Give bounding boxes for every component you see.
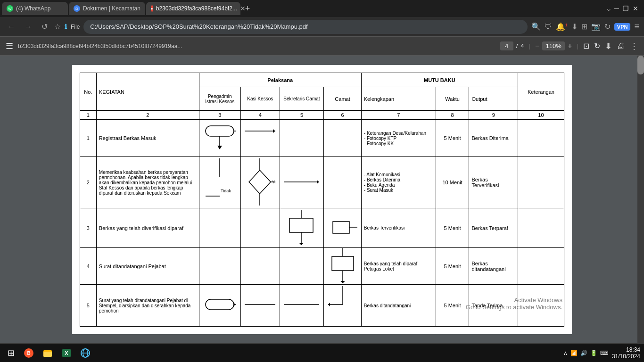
row1-kegiatan: Registrasi Berkas Masuk bbox=[96, 120, 199, 157]
scroll-bar[interactable] bbox=[637, 56, 644, 343]
tab-pdf-label: b2303dd329fa3ca988cef94bf2... bbox=[156, 5, 237, 12]
fit-page-icon[interactable]: ⊡ bbox=[583, 41, 589, 50]
whatsapp-favicon: W bbox=[7, 5, 13, 12]
address-bar-icons: 🔍 🛡 🔔1 ⬇ ⊞ 📷 ↻ VPN ≡ bbox=[531, 22, 639, 32]
row2-kegiatan: Memeriksa keabsahan berkas persyaratan p… bbox=[96, 157, 199, 208]
taskbar-network[interactable] bbox=[77, 345, 94, 362]
row5-waktu: 5 Menit bbox=[436, 285, 469, 327]
taskbar-system-icons: ∧ 📶 🔊 🔋 ⌨ bbox=[563, 350, 608, 356]
header-mutu-baku: MUTU BAKU bbox=[361, 73, 518, 87]
row3-kegiatan: Berkas yang telah diverifikasi diparaf bbox=[96, 208, 199, 248]
sync-icon[interactable]: ↻ bbox=[604, 22, 611, 31]
tab-list-icon[interactable]: ⌵ bbox=[607, 5, 611, 12]
col-num-4: 4 bbox=[240, 111, 280, 120]
row3-no: 3 bbox=[80, 208, 97, 248]
flow-svg-row2-pengadmin: Tidak bbox=[203, 158, 236, 206]
info-icon: ℹ bbox=[65, 23, 67, 30]
zoom-control: − + bbox=[535, 41, 572, 50]
taskbar-excel[interactable]: X bbox=[58, 345, 75, 362]
row3-kasi-flow bbox=[240, 208, 280, 248]
row4-keterangan bbox=[518, 248, 564, 285]
tab-whatsapp[interactable]: W (4) WhatsApp bbox=[2, 2, 68, 15]
layout-icon[interactable]: ⊞ bbox=[581, 22, 587, 31]
flow-svg-row3-sek bbox=[284, 210, 319, 245]
pdf-page: No. KEGIATAN Pelaksana MUTU BAKU Keteran… bbox=[72, 65, 572, 334]
row1-output: Berkas Diterima bbox=[469, 120, 518, 157]
print-icon[interactable]: 🖨 bbox=[617, 41, 625, 51]
page-input[interactable] bbox=[500, 41, 513, 50]
reload-button[interactable]: ↺ bbox=[39, 20, 50, 33]
menu-icon[interactable]: ≡ bbox=[634, 22, 639, 32]
page-separator: / bbox=[516, 42, 518, 49]
zoom-icon[interactable]: 🔍 bbox=[531, 22, 541, 31]
start-button[interactable]: ⊞ bbox=[4, 346, 18, 360]
row5-kelengkapan: Berkas ditandatangani bbox=[361, 285, 436, 327]
restore-icon[interactable]: ❐ bbox=[623, 5, 629, 12]
back-button[interactable]: ← bbox=[5, 21, 18, 33]
rotate-icon[interactable]: ↻ bbox=[594, 41, 600, 50]
tab-dokumen[interactable]: D Dokumen | Kecamatan bbox=[69, 2, 145, 15]
zoom-input[interactable] bbox=[542, 41, 565, 50]
tab-pdf[interactable]: ● b2303dd329fa3ca988cef94bf2... ✕ bbox=[146, 2, 240, 15]
svg-rect-38 bbox=[45, 350, 48, 352]
bookmark-icon[interactable]: ☆ bbox=[54, 22, 61, 31]
sidebar-toggle-icon[interactable]: ☰ bbox=[6, 41, 13, 51]
row3-keterangan bbox=[518, 208, 564, 248]
row2-waktu: 10 Menit bbox=[436, 157, 469, 208]
header-no: No. bbox=[80, 73, 97, 111]
activate-line2: Go to Settings to activate Windows. bbox=[466, 304, 562, 311]
row5-no: 5 bbox=[80, 285, 97, 327]
scroll-thumb[interactable] bbox=[637, 56, 644, 74]
flow-svg-row5-pengadmin bbox=[203, 286, 236, 324]
row1-pengadmin-flow bbox=[199, 120, 240, 157]
row1-sekretaris-flow bbox=[280, 120, 324, 157]
taskbar: ⊞ B X ∧ 📶 🔊 🔋 ⌨ bbox=[0, 343, 644, 362]
notification-icon[interactable]: 🔔1 bbox=[556, 22, 568, 31]
row5-sekretaris-flow bbox=[280, 285, 324, 327]
vpn-badge[interactable]: VPN bbox=[614, 23, 631, 31]
flow-svg-row2-sek bbox=[284, 158, 319, 206]
svg-rect-23 bbox=[332, 256, 354, 271]
taskbar-brave[interactable]: B bbox=[20, 345, 37, 362]
new-tab-button[interactable]: + bbox=[241, 4, 254, 14]
row2-kasi-flow: Ya bbox=[240, 157, 280, 208]
flow-svg-row3-camat bbox=[328, 210, 357, 245]
screenshot-icon[interactable]: 📷 bbox=[591, 22, 601, 31]
separator: | bbox=[529, 42, 530, 49]
forward-button[interactable]: → bbox=[22, 21, 35, 33]
col-num-8: 8 bbox=[436, 111, 469, 120]
zoom-in-button[interactable]: + bbox=[568, 42, 572, 50]
taskbar-datetime[interactable]: 18:34 31/10/2024 bbox=[612, 346, 640, 360]
more-options-icon[interactable]: ⋮ bbox=[630, 41, 638, 51]
row2-kelengkapan: - Alat Komunikasi- Berkas Diterima- Buku… bbox=[361, 157, 436, 208]
row5-camat-flow bbox=[324, 285, 362, 327]
row3-camat-flow bbox=[324, 208, 362, 248]
download-pdf-icon[interactable]: ⬇ bbox=[605, 41, 612, 51]
minimize-icon[interactable]: ─ bbox=[614, 5, 619, 12]
dokumen-favicon: D bbox=[74, 5, 80, 12]
row4-no: 4 bbox=[80, 248, 97, 285]
svg-text:B: B bbox=[27, 351, 30, 356]
row2-output: Berkas Terverifikasi bbox=[469, 157, 518, 208]
address-input[interactable] bbox=[83, 20, 528, 34]
row4-output: Berkas ditandatangani bbox=[469, 248, 518, 285]
sop-table: No. KEGIATAN Pelaksana MUTU BAKU Keteran… bbox=[80, 73, 564, 327]
zoom-out-button[interactable]: − bbox=[535, 42, 539, 50]
separator2: | bbox=[577, 42, 578, 49]
row3-pengadmin-flow bbox=[199, 208, 240, 248]
svg-rect-26 bbox=[206, 299, 234, 310]
download-icon[interactable]: ⬇ bbox=[571, 22, 578, 31]
row4-pengadmin-flow bbox=[199, 248, 240, 285]
files-icon bbox=[42, 348, 53, 358]
flow-svg-row1 bbox=[203, 121, 236, 154]
chevron-up-icon[interactable]: ∧ bbox=[563, 350, 568, 356]
svg-rect-20 bbox=[333, 222, 349, 233]
activate-line1: Activate Windows bbox=[466, 296, 562, 304]
shield-icon: 🛡 bbox=[545, 23, 552, 31]
row1-waktu: 5 Menit bbox=[436, 120, 469, 157]
taskbar-files[interactable] bbox=[39, 345, 56, 362]
wifi-icon: 📶 bbox=[570, 350, 578, 356]
close-window-icon[interactable]: ✕ bbox=[633, 5, 638, 12]
svg-rect-37 bbox=[43, 352, 52, 357]
row5-kasi-flow bbox=[240, 285, 280, 327]
